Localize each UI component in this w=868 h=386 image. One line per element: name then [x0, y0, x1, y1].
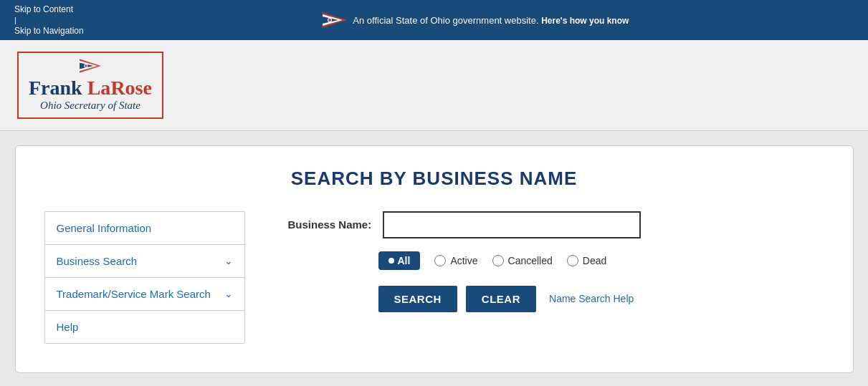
logo-ohio-flag — [80, 59, 101, 73]
sidebar-item-general-information[interactable]: General Information — [45, 212, 244, 245]
clear-button[interactable]: CLEAR — [466, 286, 536, 312]
status-radio-group: All Active Cancelled Dead — [378, 251, 824, 270]
radio-active-option[interactable]: Active — [434, 255, 477, 266]
logo-flag-top — [29, 59, 152, 76]
radio-all-label: All — [398, 255, 411, 266]
skip-links: Skip to Content | Skip to Navigation — [14, 4, 84, 36]
radio-dead-input[interactable] — [567, 255, 578, 266]
sidebar-item-label: General Information — [57, 222, 152, 234]
svg-point-9 — [85, 64, 87, 67]
radio-cancelled-label: Cancelled — [508, 255, 553, 266]
radio-all-dot — [388, 258, 394, 264]
sidebar-item-help[interactable]: Help — [45, 311, 244, 343]
top-bar-pipe: | — [14, 16, 84, 24]
business-name-label: Business Name: — [288, 218, 372, 231]
name-search-help-link[interactable]: Name Search Help — [549, 293, 634, 304]
search-form: Business Name: All Active C — [288, 211, 824, 312]
content-layout: General Information Business Search ⌄ Tr… — [44, 211, 824, 344]
logo-name: Frank LaRose — [29, 77, 152, 100]
sidebar-item-label: Trademark/Service Mark Search — [57, 288, 211, 300]
logo-box: Frank LaRose Ohio Secretary of State — [17, 52, 163, 119]
radio-cancelled-input[interactable] — [492, 255, 504, 266]
skip-to-content-link[interactable]: Skip to Content — [14, 4, 84, 14]
radio-all-button[interactable]: All — [378, 251, 421, 270]
chevron-down-icon: ⌄ — [224, 255, 233, 266]
heres-how-link[interactable]: Here's how you know — [541, 16, 629, 26]
radio-active-input[interactable] — [434, 255, 446, 266]
official-notice: An official State of Ohio government web… — [323, 12, 629, 28]
radio-dead-option[interactable]: Dead — [567, 255, 606, 266]
main-content: SEARCH BY BUSINESS NAME General Informat… — [0, 131, 868, 386]
business-name-row: Business Name: — [288, 211, 824, 238]
search-button[interactable]: SEARCH — [378, 286, 457, 312]
sidebar-nav: General Information Business Search ⌄ Tr… — [44, 211, 245, 344]
search-card: SEARCH BY BUSINESS NAME General Informat… — [15, 145, 854, 373]
sidebar-item-business-search[interactable]: Business Search ⌄ — [45, 245, 244, 278]
business-name-input[interactable] — [383, 211, 641, 238]
radio-dead-label: Dead — [583, 255, 606, 266]
sidebar-item-label: Help — [57, 321, 79, 333]
svg-point-4 — [328, 19, 331, 21]
page-title: SEARCH BY BUSINESS NAME — [44, 168, 824, 190]
skip-to-navigation-link[interactable]: Skip to Navigation — [14, 26, 84, 36]
top-bar: Skip to Content | Skip to Navigation An … — [0, 0, 868, 40]
radio-active-label: Active — [450, 255, 477, 266]
logo-subtitle: Ohio Secretary of State — [29, 100, 152, 112]
sidebar-item-trademark-search[interactable]: Trademark/Service Mark Search ⌄ — [45, 278, 244, 311]
official-text: An official State of Ohio government web… — [353, 15, 629, 26]
site-header: Frank LaRose Ohio Secretary of State — [0, 40, 868, 131]
action-buttons-row: SEARCH CLEAR Name Search Help — [378, 286, 824, 312]
sidebar-item-label: Business Search — [57, 255, 138, 267]
ohio-flag-icon — [323, 12, 347, 28]
chevron-down-icon: ⌄ — [224, 288, 233, 299]
radio-cancelled-option[interactable]: Cancelled — [492, 255, 553, 266]
logo-container: Frank LaRose Ohio Secretary of State — [17, 52, 163, 119]
